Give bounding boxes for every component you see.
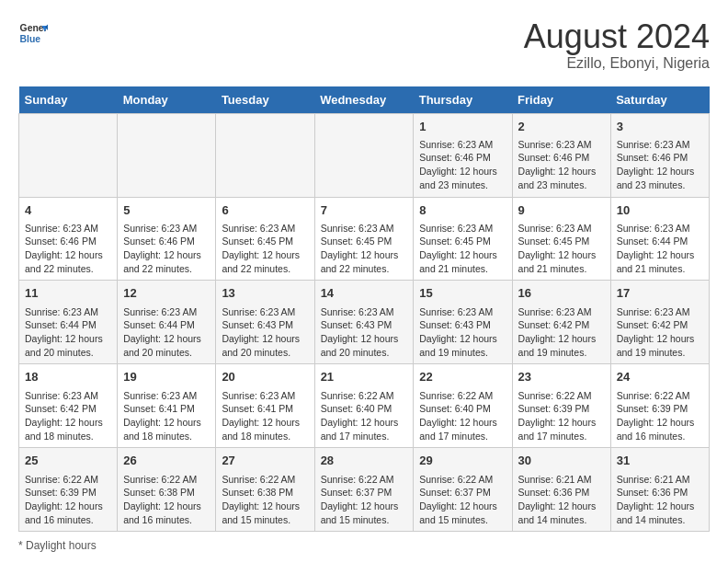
day-number: 1 [419,119,506,135]
day-number: 12 [123,285,210,302]
calendar-cell [19,113,118,197]
calendar-cell: 6Sunrise: 6:23 AM Sunset: 6:45 PM Daylig… [216,197,314,281]
calendar-cell: 22Sunrise: 6:22 AM Sunset: 6:40 PM Dayli… [414,364,512,448]
day-number: 2 [518,119,605,135]
calendar-cell: 25Sunrise: 6:22 AM Sunset: 6:39 PM Dayli… [19,448,118,532]
day-number: 19 [123,369,210,385]
calendar-cell: 1Sunrise: 6:23 AM Sunset: 6:46 PM Daylig… [414,113,512,197]
day-number: 26 [123,453,210,469]
calendar-cell: 30Sunrise: 6:21 AM Sunset: 6:36 PM Dayli… [512,448,610,532]
day-number: 9 [518,202,605,219]
day-number: 14 [321,285,408,302]
calendar-cell [314,113,414,197]
day-number: 3 [617,119,703,135]
calendar-cell: 9Sunrise: 6:23 AM Sunset: 6:45 PM Daylig… [512,197,610,281]
calendar-cell: 28Sunrise: 6:22 AM Sunset: 6:37 PM Dayli… [314,448,414,532]
calendar-week-row: 1Sunrise: 6:23 AM Sunset: 6:46 PM Daylig… [19,113,710,197]
calendar-cell: 19Sunrise: 6:23 AM Sunset: 6:41 PM Dayli… [118,364,216,448]
day-info: Sunrise: 6:23 AM Sunset: 6:43 PM Dayligh… [321,305,408,360]
day-info: Sunrise: 6:23 AM Sunset: 6:45 PM Dayligh… [321,222,408,276]
calendar-cell [118,113,216,197]
day-info: Sunrise: 6:23 AM Sunset: 6:45 PM Dayligh… [419,222,506,276]
day-info: Sunrise: 6:22 AM Sunset: 6:39 PM Dayligh… [617,389,703,443]
svg-text:Blue: Blue [20,34,41,44]
title-area: August 2024 Ezillo, Ebonyi, Nigeria [524,18,710,72]
calendar-week-row: 25Sunrise: 6:22 AM Sunset: 6:39 PM Dayli… [19,448,710,532]
calendar-cell: 24Sunrise: 6:22 AM Sunset: 6:39 PM Dayli… [610,364,709,448]
calendar-cell: 20Sunrise: 6:23 AM Sunset: 6:41 PM Dayli… [216,364,314,448]
calendar-cell: 29Sunrise: 6:22 AM Sunset: 6:37 PM Dayli… [414,448,512,532]
day-number: 4 [25,202,111,219]
day-info: Sunrise: 6:23 AM Sunset: 6:44 PM Dayligh… [25,305,111,360]
calendar-cell: 3Sunrise: 6:23 AM Sunset: 6:46 PM Daylig… [610,113,709,197]
day-number: 15 [419,285,506,302]
calendar-cell: 23Sunrise: 6:22 AM Sunset: 6:39 PM Dayli… [512,364,610,448]
footer-note-text: Daylight hours [26,539,97,552]
day-info: Sunrise: 6:22 AM Sunset: 6:37 PM Dayligh… [321,473,408,527]
calendar-cell: 31Sunrise: 6:21 AM Sunset: 6:36 PM Dayli… [610,448,709,532]
calendar-cell: 2Sunrise: 6:23 AM Sunset: 6:46 PM Daylig… [512,113,610,197]
day-info: Sunrise: 6:23 AM Sunset: 6:46 PM Dayligh… [123,222,210,276]
day-number: 24 [617,369,703,385]
calendar-body: 1Sunrise: 6:23 AM Sunset: 6:46 PM Daylig… [19,113,710,532]
day-header-friday: Friday [512,86,610,114]
day-number: 5 [123,202,210,219]
day-info: Sunrise: 6:23 AM Sunset: 6:46 PM Dayligh… [617,138,703,192]
day-number: 25 [25,453,111,469]
day-info: Sunrise: 6:22 AM Sunset: 6:40 PM Dayligh… [321,389,408,443]
calendar-cell: 16Sunrise: 6:23 AM Sunset: 6:42 PM Dayli… [512,281,610,364]
calendar-week-row: 11Sunrise: 6:23 AM Sunset: 6:44 PM Dayli… [19,281,710,364]
calendar-cell: 18Sunrise: 6:23 AM Sunset: 6:42 PM Dayli… [19,364,118,448]
calendar-cell: 11Sunrise: 6:23 AM Sunset: 6:44 PM Dayli… [19,281,118,364]
day-info: Sunrise: 6:23 AM Sunset: 6:45 PM Dayligh… [518,222,605,276]
day-info: Sunrise: 6:22 AM Sunset: 6:38 PM Dayligh… [222,473,308,527]
subtitle: Ezillo, Ebonyi, Nigeria [524,55,710,72]
day-number: 28 [321,453,408,469]
day-info: Sunrise: 6:21 AM Sunset: 6:36 PM Dayligh… [518,473,605,527]
day-info: Sunrise: 6:21 AM Sunset: 6:36 PM Dayligh… [617,473,703,527]
day-header-tuesday: Tuesday [216,86,314,114]
calendar-cell: 13Sunrise: 6:23 AM Sunset: 6:43 PM Dayli… [216,281,314,364]
calendar-cell: 14Sunrise: 6:23 AM Sunset: 6:43 PM Dayli… [314,281,414,364]
logo-icon: General Blue [18,18,48,48]
day-info: Sunrise: 6:23 AM Sunset: 6:46 PM Dayligh… [25,222,111,276]
day-number: 11 [25,285,111,302]
calendar-week-row: 18Sunrise: 6:23 AM Sunset: 6:42 PM Dayli… [19,364,710,448]
day-number: 17 [617,285,703,302]
day-info: Sunrise: 6:23 AM Sunset: 6:42 PM Dayligh… [617,305,703,360]
calendar-cell: 10Sunrise: 6:23 AM Sunset: 6:44 PM Dayli… [610,197,709,281]
days-of-week-row: SundayMondayTuesdayWednesdayThursdayFrid… [19,86,710,114]
day-info: Sunrise: 6:22 AM Sunset: 6:38 PM Dayligh… [123,473,210,527]
day-number: 20 [222,369,308,385]
day-number: 27 [222,453,308,469]
calendar-cell: 4Sunrise: 6:23 AM Sunset: 6:46 PM Daylig… [19,197,118,281]
day-info: Sunrise: 6:22 AM Sunset: 6:37 PM Dayligh… [419,473,506,527]
calendar-week-row: 4Sunrise: 6:23 AM Sunset: 6:46 PM Daylig… [19,197,710,281]
day-info: Sunrise: 6:23 AM Sunset: 6:46 PM Dayligh… [419,138,506,192]
day-number: 21 [321,369,408,385]
day-number: 8 [419,202,506,219]
calendar-cell [216,113,314,197]
day-number: 22 [419,369,506,385]
day-number: 31 [617,453,703,469]
day-header-sunday: Sunday [19,86,118,114]
day-info: Sunrise: 6:23 AM Sunset: 6:43 PM Dayligh… [222,305,308,360]
calendar-cell: 7Sunrise: 6:23 AM Sunset: 6:45 PM Daylig… [314,197,414,281]
day-header-monday: Monday [118,86,216,114]
logo: General Blue [18,18,48,48]
header: General Blue August 2024 Ezillo, Ebonyi,… [18,18,710,72]
day-number: 6 [222,202,308,219]
day-info: Sunrise: 6:22 AM Sunset: 6:40 PM Dayligh… [419,389,506,443]
day-info: Sunrise: 6:23 AM Sunset: 6:46 PM Dayligh… [518,138,605,192]
day-number: 16 [518,285,605,302]
main-title: August 2024 [524,18,710,55]
day-header-wednesday: Wednesday [314,86,414,114]
day-number: 30 [518,453,605,469]
day-info: Sunrise: 6:23 AM Sunset: 6:44 PM Dayligh… [123,305,210,360]
day-number: 23 [518,369,605,385]
day-header-thursday: Thursday [414,86,512,114]
day-info: Sunrise: 6:23 AM Sunset: 6:42 PM Dayligh… [25,389,111,443]
day-info: Sunrise: 6:23 AM Sunset: 6:41 PM Dayligh… [222,389,308,443]
calendar-cell: 5Sunrise: 6:23 AM Sunset: 6:46 PM Daylig… [118,197,216,281]
calendar-cell: 17Sunrise: 6:23 AM Sunset: 6:42 PM Dayli… [610,281,709,364]
